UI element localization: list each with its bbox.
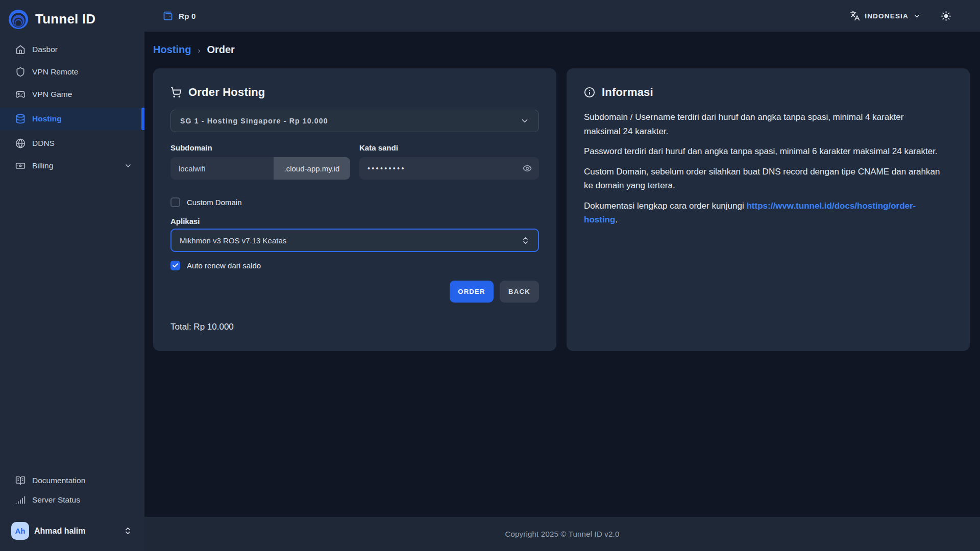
subdomain-input[interactable] [170,157,274,180]
brand-name: Tunnel ID [35,11,95,27]
breadcrumb-separator: › [198,46,200,55]
shield-icon [15,67,26,77]
info-paragraph-documentation: Dokumentasi lengkap cara order kunjungi … [584,199,942,227]
sidebar-bottom: Documentation Server Status Ah Ahmad hal… [0,471,144,551]
order-card-header: Order Hosting [170,85,539,99]
sidebar-item-server-status[interactable]: Server Status [0,490,144,510]
chevron-down-icon [124,162,132,170]
info-body: Subdomain / Username terdiri dari huruf … [584,110,952,227]
brand[interactable]: Tunnel ID [0,0,144,38]
plan-select-value: SG 1 - Hosting Singapore - Rp 10.000 [180,117,328,125]
total-line: Total: Rp 10.000 [170,322,539,332]
eye-icon[interactable] [523,164,532,173]
topbar: Rp 0 INDONESIA [144,0,980,32]
home-icon [15,44,26,55]
sidebar-item-ddns[interactable]: DDNS [0,132,144,155]
content: Order Hosting SG 1 - Hosting Singapore -… [144,57,980,351]
back-button[interactable]: BACK [500,281,539,303]
sidebar-item-label: Hosting [32,114,62,123]
auto-renew-checkbox-row[interactable]: Auto renew dari saldo [170,261,539,270]
topbar-right: INDONESIA [850,11,951,21]
sidebar-item-dasbor[interactable]: Dasbor [0,38,144,61]
subdomain-box: .cloud-app.my.id [170,157,350,180]
banknote-icon [15,161,26,171]
sidebar-item-label: Billing [32,161,53,170]
password-field-group: Kata sandi [359,143,539,180]
sidebar-item-hosting[interactable]: Hosting [0,108,144,130]
custom-domain-checkbox[interactable] [170,197,180,207]
chevrons-up-down-icon [521,236,530,245]
copyright-text: Copyright 2025 © Tunnel ID v2.0 [505,530,619,538]
custom-domain-checkbox-row[interactable]: Custom Domain [170,197,539,207]
breadcrumb-hosting-link[interactable]: Hosting [153,44,191,56]
footer: Copyright 2025 © Tunnel ID v2.0 [144,517,980,551]
theme-toggle[interactable] [941,11,951,21]
chevron-down-icon [520,116,529,126]
user-name: Ahmad halim [34,527,85,536]
sidebar-item-vpn-game[interactable]: VPN Game [0,83,144,106]
order-actions: ORDER BACK [170,281,539,303]
balance-amount: Rp 0 [179,12,196,20]
info-doc-text: Dokumentasi lengkap cara order kunjungi [584,201,746,211]
order-card-title: Order Hosting [188,86,265,99]
sidebar-item-documentation[interactable]: Documentation [0,471,144,490]
auto-renew-checkbox[interactable] [170,261,180,270]
tunnel-logo-icon [9,10,28,29]
info-card-title: Informasi [602,86,653,99]
user-menu[interactable]: Ah Ahmad halim [0,517,144,545]
wallet-icon [163,11,173,21]
application-label: Aplikasi [170,217,539,226]
subdomain-field-group: Subdomain .cloud-app.my.id [170,143,350,180]
sidebar: Tunnel ID Dasbor VPN Remote VPN Game Hos… [0,0,144,551]
info-paragraph-subdomain: Subdomain / Username terdiri dari huruf … [584,110,942,138]
main-area: Rp 0 INDONESIA Hosting › Order [144,0,980,551]
password-box [359,157,539,180]
subdomain-label: Subdomain [170,143,350,153]
translate-icon [850,11,860,21]
sun-icon [941,11,951,21]
chevron-down-icon [913,12,921,20]
chevrons-up-down-icon [124,527,132,535]
plan-select[interactable]: SG 1 - Hosting Singapore - Rp 10.000 [170,110,539,132]
sidebar-item-label: Documentation [32,476,85,485]
avatar: Ah [11,522,29,540]
signal-bars-icon [15,495,26,505]
breadcrumb: Hosting › Order [153,42,970,57]
sidebar-nav: Dasbor VPN Remote VPN Game Hosting DDNS [0,38,144,177]
order-hosting-card: Order Hosting SG 1 - Hosting Singapore -… [153,68,556,351]
sidebar-item-label: DDNS [32,139,55,148]
book-open-icon [15,475,26,486]
application-select[interactable]: Mikhmon v3 ROS v7.13 Keatas [170,229,539,252]
sidebar-item-label: Server Status [32,495,80,505]
subdomain-suffix: .cloud-app.my.id [274,157,350,180]
sidebar-item-label: VPN Remote [32,67,78,77]
language-label: INDONESIA [865,12,909,20]
info-paragraph-password: Password terdiri dari huruf dan angka ta… [584,144,942,159]
sidebar-item-vpn-remote[interactable]: VPN Remote [0,61,144,83]
info-card-header: Informasi [584,85,952,99]
application-select-value: Mikhmon v3 ROS v7.13 Keatas [180,236,286,245]
gamepad-icon [15,89,26,99]
password-input[interactable] [359,157,539,180]
info-doc-period: . [615,215,618,224]
info-circle-icon [584,87,595,98]
informasi-card: Informasi Subdomain / Username terdiri d… [567,68,970,351]
sidebar-item-billing[interactable]: Billing [0,155,144,177]
database-icon [15,114,26,124]
balance-button[interactable]: Rp 0 [163,11,196,21]
shopping-cart-icon [170,87,182,98]
auto-renew-label: Auto renew dari saldo [187,261,261,270]
password-label: Kata sandi [359,143,539,153]
order-button[interactable]: ORDER [450,281,494,303]
language-selector[interactable]: INDONESIA [850,11,921,21]
globe-icon [15,138,26,148]
custom-domain-label: Custom Domain [187,198,242,207]
sidebar-item-label: Dasbor [32,45,58,54]
breadcrumb-current-page: Order [207,44,234,56]
sidebar-item-label: VPN Game [32,90,72,99]
subdomain-password-row: Subdomain .cloud-app.my.id Kata sandi [170,143,539,180]
info-paragraph-custom-domain: Custom Domain, sebelum order silahkan bu… [584,165,942,193]
